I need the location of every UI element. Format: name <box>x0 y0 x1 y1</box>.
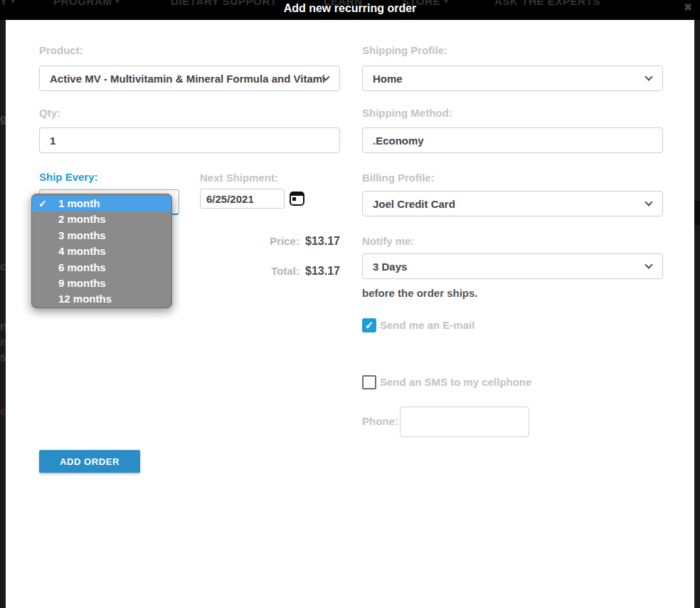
product-label: Product: <box>39 44 83 56</box>
product-select[interactable]: Active MV - Multivitamin & Mineral Formu… <box>39 65 340 91</box>
dropdown-option[interactable]: 3 months <box>32 228 171 243</box>
option-label: 4 months <box>58 245 106 257</box>
bg-fragment: n <box>0 336 6 349</box>
close-icon[interactable]: ✖ <box>684 1 692 13</box>
price-label: Price: <box>270 235 299 247</box>
qty-label: Qty: <box>39 107 60 119</box>
bg-fragment: ot <box>0 405 6 418</box>
billing-profile-label: Billing Profile: <box>362 172 435 184</box>
notify-me-value: 3 Days <box>373 261 407 273</box>
sms-checkbox[interactable] <box>362 375 376 389</box>
total-value: $13.17 <box>305 265 340 277</box>
total-line: Total: $13.17 <box>198 265 340 278</box>
ship-every-label: Ship Every: <box>39 171 98 183</box>
dropdown-option-selected[interactable]: ✓ 1 month <box>32 196 171 211</box>
calendar-icon[interactable] <box>290 192 304 206</box>
next-shipment-label: Next Shipment: <box>200 172 278 184</box>
overlay-left-strip: g c ni n s ot re <box>0 20 6 608</box>
phone-label: Phone: <box>362 415 398 427</box>
shipping-profile-label: Shipping Profile: <box>362 44 447 56</box>
check-icon: ✓ <box>38 196 47 211</box>
bg-fragment: s <box>0 351 6 364</box>
screen: g c ni n s ot re Y▾ PROGRAM▾ DIETARY SUP… <box>0 0 700 608</box>
notify-me-label: Notify me: <box>362 235 414 247</box>
chevron-down-icon <box>645 198 652 206</box>
modal-title: Add new recurring order <box>0 2 700 15</box>
bg-fragment: g <box>0 112 6 125</box>
shipping-method-label: Shipping Method: <box>362 107 452 119</box>
shipping-profile-value: Home <box>373 73 403 85</box>
bg-dark-block <box>694 201 700 225</box>
shipping-profile-select[interactable]: Home <box>362 65 663 91</box>
notify-suffix-text: before the order ships. <box>362 287 478 299</box>
next-shipment-input[interactable] <box>200 189 285 209</box>
phone-input[interactable] <box>400 407 529 437</box>
option-label: 6 months <box>58 261 106 273</box>
check-icon: ✓ <box>365 319 374 331</box>
bg-fragment: c <box>0 261 6 273</box>
qty-input[interactable] <box>39 127 340 153</box>
email-checkbox[interactable]: ✓ <box>362 318 376 332</box>
sms-checkbox-label: Send an SMS to my cellphone <box>380 376 531 388</box>
add-order-button[interactable]: ADD ORDER <box>39 450 140 473</box>
dropdown-option[interactable]: 6 months <box>32 260 171 276</box>
option-label: 9 months <box>58 277 106 289</box>
top-bar: Y▾ PROGRAM▾ DIETARY SUPPORT LEARN STORE▾… <box>0 0 700 20</box>
ship-every-dropdown: ✓ 1 month 2 months 3 months 4 months 6 m… <box>31 194 172 308</box>
option-label: 1 month <box>58 197 100 209</box>
bg-fragment: ni <box>0 320 6 333</box>
email-checkbox-label: Send me an E-mail <box>380 319 474 331</box>
modal-dialog <box>6 20 694 608</box>
chevron-down-icon <box>645 73 652 80</box>
overlay-right-strip <box>694 20 700 608</box>
dropdown-option[interactable]: 2 months <box>32 211 171 227</box>
notify-me-select[interactable]: 3 Days <box>362 253 663 279</box>
option-label: 3 months <box>58 229 106 241</box>
chevron-down-icon <box>645 261 652 268</box>
billing-profile-value: Joel Credit Card <box>373 198 455 210</box>
price-line: Price: $13.17 <box>198 235 340 248</box>
product-select-value: Active MV - Multivitamin & Mineral Formu… <box>50 73 325 85</box>
shipping-method-input[interactable] <box>362 127 663 153</box>
option-label: 12 months <box>58 293 112 305</box>
dropdown-option[interactable]: 12 months <box>32 291 171 307</box>
total-label: Total: <box>271 265 299 277</box>
dropdown-option[interactable]: 9 months <box>32 276 171 291</box>
option-label: 2 months <box>58 213 106 225</box>
price-value: $13.17 <box>305 235 340 247</box>
billing-profile-select[interactable]: Joel Credit Card <box>362 191 663 216</box>
dropdown-option[interactable]: 4 months <box>32 243 171 259</box>
